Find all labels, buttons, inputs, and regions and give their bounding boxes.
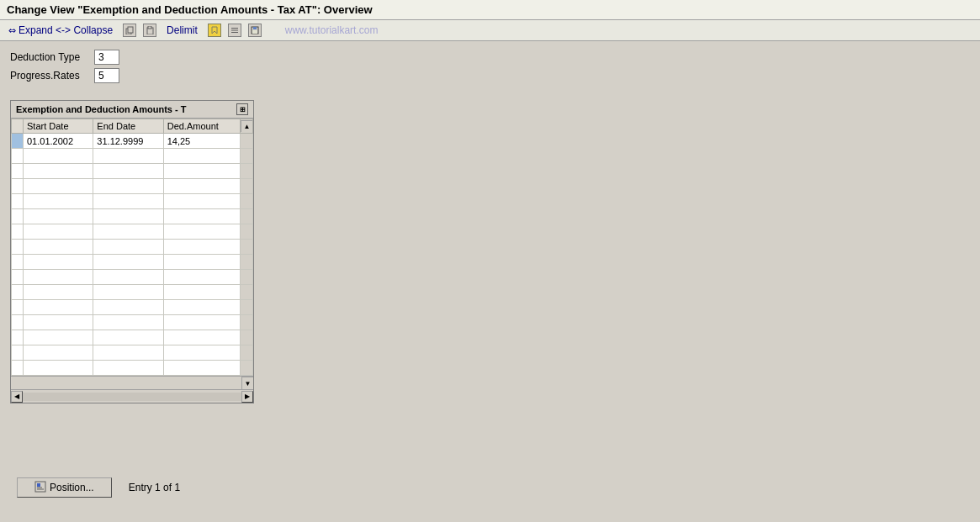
table-config-icon[interactable]: ⊞ xyxy=(236,103,248,115)
end-date-cell xyxy=(93,164,163,179)
ded-amount-cell xyxy=(163,240,240,255)
bottom-bar: Position... Entry 1 of 1 xyxy=(0,477,980,498)
end-date-cell xyxy=(93,361,163,376)
scroll-track-cell xyxy=(241,134,253,149)
data-table: Start Date End Date Ded.Amount ▲ 01.01.2… xyxy=(11,119,253,376)
scroll-track-cell xyxy=(241,209,253,224)
end-date-cell: 31.12.9999 xyxy=(93,134,163,149)
table-row[interactable] xyxy=(12,330,253,345)
ded-amount-cell xyxy=(163,300,240,315)
table-row[interactable] xyxy=(12,315,253,330)
copy-icon[interactable] xyxy=(123,24,136,37)
row-selector-cell xyxy=(12,345,24,361)
ded-amount-cell xyxy=(163,285,240,300)
scroll-track-cell xyxy=(241,330,253,345)
row-selector-cell xyxy=(12,300,24,315)
end-date-cell xyxy=(93,149,163,164)
col-ded-amount: Ded.Amount xyxy=(163,119,240,134)
table-row[interactable] xyxy=(12,255,253,270)
end-date-cell xyxy=(93,300,163,315)
scroll-down-arrow[interactable]: ▼ xyxy=(241,377,253,389)
scroll-track-cell xyxy=(241,179,253,194)
start-date-cell xyxy=(24,149,93,164)
deduction-type-label: Deduction Type xyxy=(10,51,94,63)
svg-rect-5 xyxy=(231,28,238,29)
table-row[interactable] xyxy=(12,240,253,255)
svg-rect-12 xyxy=(37,483,40,487)
table-title-bar: Exemption and Deduction Amounts - T ⊞ xyxy=(11,101,253,119)
start-date-cell xyxy=(24,240,93,255)
save-icon[interactable] xyxy=(248,24,262,37)
position-button[interactable]: Position... xyxy=(17,477,112,498)
start-date-cell xyxy=(24,270,93,285)
entry-info: Entry 1 of 1 xyxy=(129,482,180,493)
end-date-cell xyxy=(93,345,163,361)
progress-rates-value: 5 xyxy=(94,68,119,83)
table-row[interactable] xyxy=(12,300,253,315)
position-icon xyxy=(34,481,46,494)
start-date-cell: 01.01.2002 xyxy=(24,134,93,149)
table-row[interactable] xyxy=(12,224,253,240)
table-header-row: Start Date End Date Ded.Amount ▲ xyxy=(12,119,253,134)
ded-amount-cell xyxy=(163,345,240,361)
row-selector-cell xyxy=(12,240,24,255)
ded-amount-cell xyxy=(163,255,240,270)
scroll-track-cell xyxy=(241,345,253,361)
scroll-track-cell xyxy=(241,164,253,179)
end-date-cell xyxy=(93,209,163,224)
paste-icon[interactable] xyxy=(143,24,156,37)
scrollbar-col-header: ▲ xyxy=(241,119,253,134)
table-row[interactable] xyxy=(12,179,253,194)
scroll-track-cell xyxy=(241,240,253,255)
table-row[interactable] xyxy=(12,345,253,361)
ded-amount-cell xyxy=(163,224,240,240)
start-date-cell xyxy=(24,300,93,315)
row-selector-cell xyxy=(12,194,24,209)
scroll-right-arrow[interactable]: ▶ xyxy=(241,391,253,403)
end-date-cell xyxy=(93,315,163,330)
table-row[interactable] xyxy=(12,164,253,179)
scrollbar-horizontal: ◀ ▶ xyxy=(11,389,253,403)
start-date-cell xyxy=(24,315,93,330)
position-button-label: Position... xyxy=(50,482,94,493)
row-selector-cell xyxy=(12,134,24,149)
delimit-label: Delimit xyxy=(167,24,198,36)
bookmark-icon[interactable] xyxy=(208,24,221,37)
table-wrapper: Start Date End Date Ded.Amount ▲ 01.01.2… xyxy=(11,119,253,403)
svg-rect-7 xyxy=(231,32,238,33)
start-date-cell xyxy=(24,255,93,270)
row-selector-header xyxy=(12,119,24,134)
scroll-track-cell xyxy=(241,315,253,330)
table-row[interactable] xyxy=(12,285,253,300)
ded-amount-cell xyxy=(163,315,240,330)
table-row[interactable]: 01.01.200231.12.999914,25 xyxy=(12,134,253,149)
expand-collapse-icon: ⇔ xyxy=(8,25,16,36)
scrollbar-bottom: ▼ xyxy=(11,376,253,389)
expand-collapse-button[interactable]: ⇔ Expand <-> Collapse xyxy=(5,23,116,38)
deduction-type-value: 3 xyxy=(94,50,119,65)
row-selector-cell xyxy=(12,209,24,224)
end-date-cell xyxy=(93,255,163,270)
progress-rates-label: Progress.Rates xyxy=(10,70,94,82)
end-date-cell xyxy=(93,330,163,345)
end-date-cell xyxy=(93,285,163,300)
end-date-cell xyxy=(93,179,163,194)
scroll-track-cell xyxy=(241,194,253,209)
ded-amount-cell xyxy=(163,164,240,179)
svg-rect-6 xyxy=(231,30,238,31)
ded-amount-cell xyxy=(163,330,240,345)
row-selector-cell xyxy=(12,285,24,300)
scroll-up-arrow[interactable]: ▲ xyxy=(241,120,252,132)
table-row[interactable] xyxy=(12,361,253,376)
table-row[interactable] xyxy=(12,149,253,164)
table-row[interactable] xyxy=(12,194,253,209)
start-date-cell xyxy=(24,345,93,361)
scroll-track-cell xyxy=(241,361,253,376)
delimit-button[interactable]: Delimit xyxy=(163,23,201,38)
table-row[interactable] xyxy=(12,270,253,285)
list-icon[interactable] xyxy=(228,24,241,37)
scroll-track-cell xyxy=(241,255,253,270)
row-selector-cell xyxy=(12,179,24,194)
scroll-left-arrow[interactable]: ◀ xyxy=(11,391,23,403)
table-row[interactable] xyxy=(12,209,253,224)
